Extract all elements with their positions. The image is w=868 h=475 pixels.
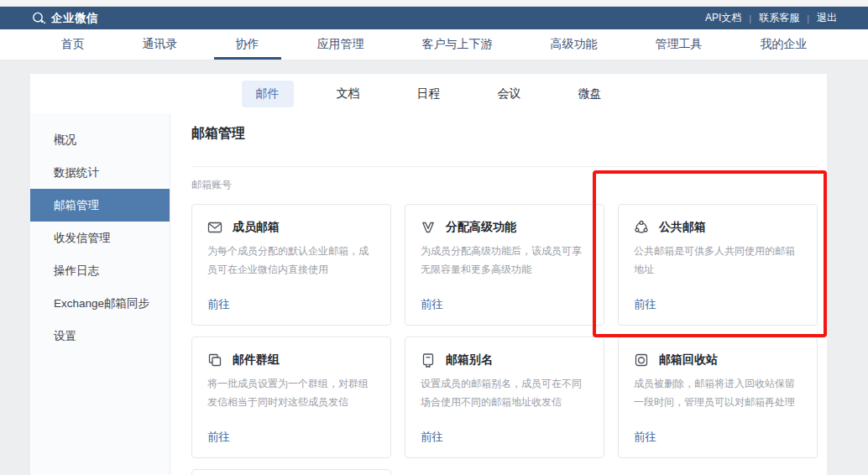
topbar: 企业微信 API文档 | 联系客服 | 退出 [0,7,868,29]
subtab-schedule[interactable]: 日程 [403,81,455,107]
nav-item-collaboration[interactable]: 协作 [236,29,259,60]
card-desc: 设置成员的邮箱别名，成员可在不同场合使用不同的邮箱地址收发信 [421,375,588,411]
subtab-mail[interactable]: 邮件 [242,81,294,107]
card-head: 公共邮箱 [634,220,802,235]
card-head: 邮件群组 [207,352,375,368]
browser-chrome-strip [0,0,868,7]
divider [191,166,818,167]
card-desc: 为每个成员分配的默认企业邮箱，成员可在企业微信内直接使用 [207,243,375,279]
bookmark-icon [421,352,436,368]
recycle-icon [634,352,649,368]
nav-item-contacts[interactable]: 通讯录 [143,29,178,60]
go-link-member-mailbox[interactable]: 前往 [207,297,230,312]
go-link-public-mailbox[interactable]: 前往 [634,297,656,312]
card-desc: 为成员分配高级功能后，该成员可享无限容量和更多高级功能 [421,243,588,279]
nav-item-app-management[interactable]: 应用管理 [317,29,364,60]
collaboration-subtabs: 邮件 文档 日程 会议 微盘 [30,74,827,113]
subtab-drive[interactable]: 微盘 [564,81,616,107]
card-title: 邮箱别名 [446,352,493,368]
sidebar-item-send-receive[interactable]: 收发信管理 [30,222,170,254]
nav-item-my-company[interactable]: 我的企业 [761,29,808,60]
card-title: 分配高级功能 [446,220,516,235]
api-docs-link[interactable]: API文档 [705,11,741,25]
card-desc: 成员被删除，邮箱将进入回收站保留一段时间，管理员可以对邮箱再处理 [634,375,802,411]
sidebar-item-operation-log[interactable]: 操作日志 [30,254,170,287]
card-assign-advanced: 分配高级功能 为成员分配高级功能后，该成员可享无限容量和更多高级功能 前往 [405,204,604,326]
sidebar-item-settings[interactable]: 设置 [30,320,170,352]
content-panel: 邮件 文档 日程 会议 微盘 概况 数据统计 邮箱管理 收发信管理 操作日志 E… [30,74,827,475]
card-grid: 成员邮箱 为每个成员分配的默认企业邮箱，成员可在企业微信内直接使用 前往 分配高… [191,204,818,475]
sidebar: 概况 数据统计 邮箱管理 收发信管理 操作日志 Exchange邮箱同步 设置 [30,113,170,475]
share-icon [634,220,649,235]
card-partial-next-row [191,469,391,475]
card-public-mailbox: 公共邮箱 公共邮箱是可供多人共同使用的邮箱地址 前往 [618,204,818,326]
card-head: 邮箱回收站 [634,352,802,368]
card-head: 分配高级功能 [421,220,588,235]
card-mailbox-recycle: 邮箱回收站 成员被删除，邮箱将进入回收站保留一段时间，管理员可以对邮箱再处理 前… [618,337,818,458]
card-member-mailbox: 成员邮箱 为每个成员分配的默认企业邮箱，成员可在企业微信内直接使用 前往 [191,204,391,326]
nav-item-admin-tools[interactable]: 管理工具 [656,29,703,60]
separator: | [807,13,809,23]
topbar-links: API文档 | 联系客服 | 退出 [705,11,837,25]
brand-label: 企业微信 [51,11,98,26]
main-nav: 首页 通讯录 协作 应用管理 客户与上下游 高级功能 管理工具 我的企业 [0,29,868,60]
card-desc: 公共邮箱是可供多人共同使用的邮箱地址 [634,243,802,279]
nav-item-label: 协作 [236,37,259,52]
nav-item-advanced[interactable]: 高级功能 [551,29,598,60]
card-desc: 将一批成员设置为一个群组，对群组发信相当于同时对这些成员发信 [207,375,375,411]
card-title: 邮件群组 [233,352,280,368]
copy-icon [207,352,222,368]
card-mailbox-alias: 邮箱别名 设置成员的邮箱别名，成员可在不同场合使用不同的邮箱地址收发信 前往 [405,337,604,458]
logout-link[interactable]: 退出 [817,11,837,25]
subtab-docs[interactable]: 文档 [322,81,374,107]
active-tab-underline [214,57,281,60]
sidebar-item-overview[interactable]: 概况 [30,123,170,156]
mail-icon [207,220,222,235]
sidebar-item-exchange-sync[interactable]: Exchange邮箱同步 [30,287,170,320]
contact-support-link[interactable]: 联系客服 [759,11,799,25]
go-link-mail-group[interactable]: 前往 [207,430,230,445]
card-title: 公共邮箱 [659,220,706,235]
go-link-mailbox-alias[interactable]: 前往 [421,430,443,445]
panel-body: 概况 数据统计 邮箱管理 收发信管理 操作日志 Exchange邮箱同步 设置 … [30,113,827,475]
go-link-assign-advanced[interactable]: 前往 [421,297,443,312]
card-head: 成员邮箱 [207,220,375,235]
separator: | [749,13,751,23]
sidebar-item-statistics[interactable]: 数据统计 [30,156,170,189]
main-content: 邮箱管理 邮箱账号 成员邮箱 为每个成员分配的默认企业邮箱，成员可在企 [170,113,838,475]
subtab-meeting[interactable]: 会议 [484,81,536,107]
card-mail-group: 邮件群组 将一批成员设置为一个群组，对群组发信相当于同时对这些成员发信 前往 [191,337,391,458]
wecom-logo-icon [32,12,46,24]
brand[interactable]: 企业微信 [32,11,98,26]
nav-item-customers[interactable]: 客户与上下游 [422,29,493,60]
go-link-mailbox-recycle[interactable]: 前往 [634,430,656,445]
sidebar-item-mailbox-management[interactable]: 邮箱管理 [30,189,170,222]
section-label: 邮箱账号 [191,178,818,192]
page-title: 邮箱管理 [191,125,818,143]
card-title: 成员邮箱 [233,220,280,235]
vip-icon [421,220,436,235]
card-head: 邮箱别名 [421,352,588,368]
nav-item-home[interactable]: 首页 [61,29,85,60]
card-title: 邮箱回收站 [659,352,718,368]
